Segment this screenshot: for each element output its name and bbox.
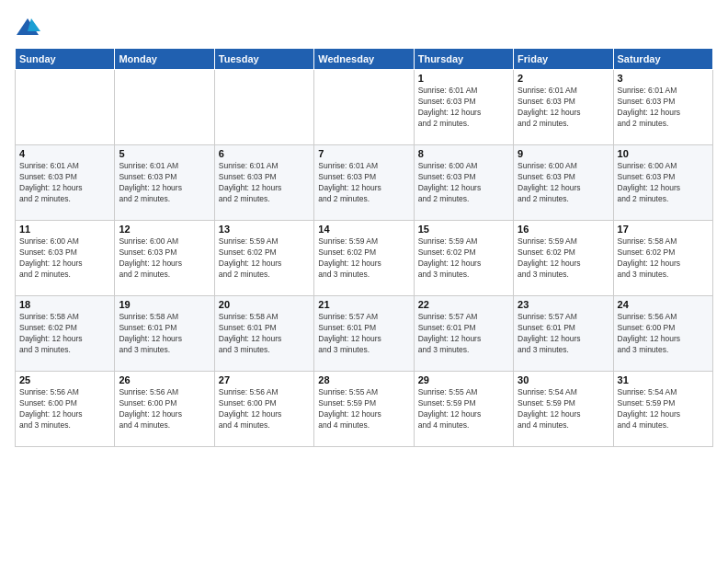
sunset-text: Sunset: 6:02 PM — [418, 247, 509, 259]
cell-info: Sunrise: 5:58 AMSunset: 6:01 PMDaylight:… — [219, 312, 310, 356]
sunrise-text: Sunrise: 5:57 AM — [518, 312, 609, 323]
weekday-header: Friday — [514, 49, 613, 70]
calendar-week-row: 18Sunrise: 5:58 AMSunset: 6:02 PMDayligh… — [16, 296, 713, 372]
sunset-text: Sunset: 5:59 PM — [318, 398, 409, 409]
sunset-text: Sunset: 6:02 PM — [19, 323, 110, 334]
cell-info: Sunrise: 5:59 AMSunset: 6:02 PMDaylight:… — [518, 236, 609, 281]
daylight-label: Daylight: 12 hours — [219, 409, 310, 420]
sunset-text: Sunset: 6:02 PM — [318, 247, 409, 259]
sunrise-text: Sunrise: 5:57 AM — [418, 312, 509, 323]
calendar-cell: 22Sunrise: 5:57 AMSunset: 6:01 PMDayligh… — [414, 296, 513, 372]
daylight-minutes: and 3 minutes. — [318, 270, 409, 281]
calendar-cell: 11Sunrise: 6:00 AMSunset: 6:03 PMDayligh… — [16, 221, 115, 296]
daylight-minutes: and 3 minutes. — [418, 345, 509, 356]
sunrise-text: Sunrise: 6:01 AM — [518, 86, 609, 97]
sunrise-text: Sunrise: 6:01 AM — [119, 161, 210, 172]
day-number: 18 — [19, 299, 110, 310]
day-number: 3 — [618, 73, 709, 84]
daylight-minutes: and 4 minutes. — [618, 420, 709, 431]
calendar-cell: 12Sunrise: 6:00 AMSunset: 6:03 PMDayligh… — [115, 221, 214, 296]
daylight-minutes: and 3 minutes. — [19, 345, 110, 356]
daylight-minutes: and 2 minutes. — [219, 270, 310, 281]
sunrise-text: Sunrise: 5:59 AM — [318, 236, 409, 247]
daylight-minutes: and 4 minutes. — [318, 420, 409, 431]
sunset-text: Sunset: 6:03 PM — [19, 172, 110, 183]
daylight-label: Daylight: 12 hours — [418, 334, 509, 345]
daylight-label: Daylight: 12 hours — [518, 108, 609, 119]
day-number: 13 — [219, 224, 310, 235]
svg-marker-1 — [28, 18, 40, 31]
sunrise-text: Sunrise: 5:58 AM — [19, 312, 110, 323]
day-number: 14 — [318, 224, 409, 235]
daylight-minutes: and 3 minutes. — [318, 345, 409, 356]
cell-info: Sunrise: 5:58 AMSunset: 6:01 PMDaylight:… — [119, 312, 210, 356]
calendar-cell: 5Sunrise: 6:01 AMSunset: 6:03 PMDaylight… — [115, 145, 214, 221]
sunrise-text: Sunrise: 5:54 AM — [518, 387, 609, 398]
daylight-label: Daylight: 12 hours — [518, 259, 609, 270]
cell-info: Sunrise: 6:00 AMSunset: 6:03 PMDaylight:… — [418, 161, 509, 205]
calendar-week-row: 4Sunrise: 6:01 AMSunset: 6:03 PMDaylight… — [16, 145, 713, 221]
calendar-week-row: 1Sunrise: 6:01 AMSunset: 6:03 PMDaylight… — [16, 70, 713, 145]
sunrise-text: Sunrise: 6:01 AM — [19, 161, 110, 172]
cell-info: Sunrise: 6:01 AMSunset: 6:03 PMDaylight:… — [318, 161, 409, 205]
day-number: 12 — [119, 224, 210, 235]
weekday-header: Sunday — [16, 49, 115, 70]
sunset-text: Sunset: 6:03 PM — [219, 172, 310, 183]
daylight-minutes: and 2 minutes. — [418, 119, 509, 130]
cell-info: Sunrise: 5:57 AMSunset: 6:01 PMDaylight:… — [518, 312, 609, 356]
daylight-minutes: and 4 minutes. — [119, 420, 210, 431]
day-number: 29 — [418, 374, 509, 385]
sunset-text: Sunset: 6:00 PM — [19, 398, 110, 409]
calendar-cell: 28Sunrise: 5:55 AMSunset: 5:59 PMDayligh… — [314, 372, 414, 447]
day-number: 6 — [219, 148, 310, 159]
daylight-label: Daylight: 12 hours — [618, 334, 709, 345]
weekday-header: Wednesday — [314, 49, 414, 70]
weekday-header: Tuesday — [214, 49, 313, 70]
calendar-cell: 1Sunrise: 6:01 AMSunset: 6:03 PMDaylight… — [414, 70, 513, 145]
daylight-label: Daylight: 12 hours — [618, 409, 709, 420]
daylight-label: Daylight: 12 hours — [518, 409, 609, 420]
calendar-cell: 3Sunrise: 6:01 AMSunset: 6:03 PMDaylight… — [613, 70, 712, 145]
sunset-text: Sunset: 6:03 PM — [119, 247, 210, 259]
daylight-label: Daylight: 12 hours — [19, 409, 110, 420]
logo — [15, 15, 44, 40]
calendar-cell: 6Sunrise: 6:01 AMSunset: 6:03 PMDaylight… — [214, 145, 313, 221]
calendar-cell: 25Sunrise: 5:56 AMSunset: 6:00 PMDayligh… — [16, 372, 115, 447]
cell-info: Sunrise: 6:01 AMSunset: 6:03 PMDaylight:… — [618, 86, 709, 130]
cell-info: Sunrise: 6:01 AMSunset: 6:03 PMDaylight:… — [418, 86, 509, 130]
daylight-minutes: and 2 minutes. — [119, 194, 210, 205]
calendar-cell: 27Sunrise: 5:56 AMSunset: 6:00 PMDayligh… — [214, 372, 313, 447]
day-number: 27 — [219, 374, 310, 385]
daylight-label: Daylight: 12 hours — [418, 259, 509, 270]
sunset-text: Sunset: 6:01 PM — [119, 323, 210, 334]
sunrise-text: Sunrise: 5:56 AM — [618, 312, 709, 323]
day-number: 5 — [119, 148, 210, 159]
daylight-label: Daylight: 12 hours — [518, 183, 609, 194]
calendar-cell: 30Sunrise: 5:54 AMSunset: 5:59 PMDayligh… — [514, 372, 613, 447]
calendar-cell: 26Sunrise: 5:56 AMSunset: 6:00 PMDayligh… — [115, 372, 214, 447]
calendar-cell — [115, 70, 214, 145]
sunrise-text: Sunrise: 5:59 AM — [418, 236, 509, 247]
calendar-week-row: 25Sunrise: 5:56 AMSunset: 6:00 PMDayligh… — [16, 372, 713, 447]
cell-info: Sunrise: 6:01 AMSunset: 6:03 PMDaylight:… — [119, 161, 210, 205]
sunset-text: Sunset: 6:02 PM — [518, 247, 609, 259]
sunset-text: Sunset: 6:03 PM — [518, 172, 609, 183]
sunrise-text: Sunrise: 6:01 AM — [618, 86, 709, 97]
cell-info: Sunrise: 5:58 AMSunset: 6:02 PMDaylight:… — [19, 312, 110, 356]
calendar-cell: 14Sunrise: 5:59 AMSunset: 6:02 PMDayligh… — [314, 221, 414, 296]
sunrise-text: Sunrise: 5:55 AM — [418, 387, 509, 398]
calendar-cell — [214, 70, 313, 145]
daylight-minutes: and 2 minutes. — [19, 194, 110, 205]
daylight-label: Daylight: 12 hours — [19, 183, 110, 194]
cell-info: Sunrise: 5:56 AMSunset: 6:00 PMDaylight:… — [19, 387, 110, 431]
calendar-cell: 20Sunrise: 5:58 AMSunset: 6:01 PMDayligh… — [214, 296, 313, 372]
daylight-minutes: and 3 minutes. — [119, 345, 210, 356]
day-number: 24 — [618, 299, 709, 310]
cell-info: Sunrise: 5:59 AMSunset: 6:02 PMDaylight:… — [219, 236, 310, 281]
sunset-text: Sunset: 6:03 PM — [418, 172, 509, 183]
sunrise-text: Sunrise: 5:56 AM — [19, 387, 110, 398]
sunset-text: Sunset: 6:03 PM — [618, 172, 709, 183]
cell-info: Sunrise: 6:01 AMSunset: 6:03 PMDaylight:… — [518, 86, 609, 130]
sunrise-text: Sunrise: 6:00 AM — [119, 236, 210, 247]
cell-info: Sunrise: 5:54 AMSunset: 5:59 PMDaylight:… — [518, 387, 609, 431]
